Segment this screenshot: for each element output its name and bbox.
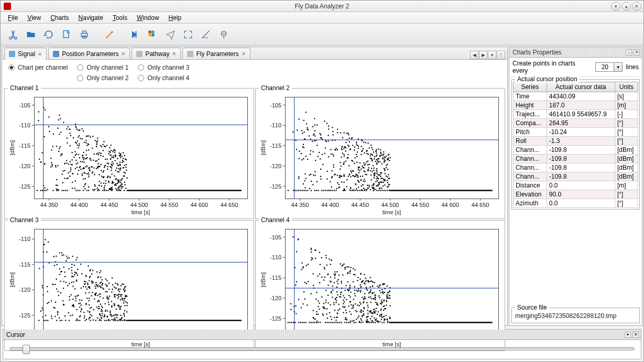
document-tabs: Signal✕ Position Parameters✕ Pathway✕ Fl… bbox=[2, 47, 507, 60]
fly-icon bbox=[187, 51, 193, 57]
toolbar-newdoc-icon[interactable] bbox=[59, 27, 74, 42]
tab-close-icon[interactable]: ✕ bbox=[121, 51, 125, 57]
points-label: Create points in charts every bbox=[512, 60, 592, 74]
chart-channel-1[interactable]: Channel 1 bbox=[4, 88, 254, 219]
table-row: Height187.0[m] bbox=[514, 101, 638, 110]
toolbar-edit-icon[interactable] bbox=[102, 27, 117, 42]
window-titlebar: Fly Data Analyzer 2 ▾ ▴ ✕ bbox=[1, 1, 643, 12]
svg-rect-4 bbox=[83, 31, 86, 33]
toolbar-refresh-icon[interactable] bbox=[41, 27, 56, 42]
table-row: Elevation90.0[°] bbox=[514, 190, 638, 199]
tabnav-max-icon[interactable]: □ bbox=[497, 51, 505, 59]
panel-pin-icon[interactable]: ⟂ bbox=[626, 49, 632, 56]
cursor-data-table: SeriesActual cursor dataUnits Time44340.… bbox=[513, 82, 638, 208]
menu-view[interactable]: View bbox=[23, 13, 45, 23]
tab-close-icon[interactable]: ✕ bbox=[242, 51, 246, 57]
menu-help[interactable]: Help bbox=[165, 13, 186, 23]
tabnav-prev-icon[interactable]: ◀ bbox=[470, 51, 478, 59]
position-icon bbox=[53, 51, 59, 57]
svg-rect-2 bbox=[63, 30, 69, 37]
table-row: Chann...-109.8[dBm] bbox=[514, 163, 638, 172]
radio-channel-1[interactable]: Only channel 1 bbox=[77, 64, 128, 71]
table-row: Distance0.0[m] bbox=[514, 181, 638, 190]
panel-close-icon[interactable]: ✕ bbox=[634, 49, 640, 56]
table-row: Chann...-109.8[dBm] bbox=[514, 172, 638, 181]
svg-point-0 bbox=[9, 37, 12, 39]
tab-close-icon[interactable]: ✕ bbox=[172, 51, 176, 57]
slider-thumb[interactable] bbox=[23, 345, 30, 354]
points-combo[interactable]: 20▼ bbox=[595, 62, 623, 72]
table-row: Time44340.09[s] bbox=[514, 92, 638, 101]
table-row: Chann...-109.8[dBm] bbox=[514, 155, 638, 163]
toolbar bbox=[1, 24, 643, 46]
pathway-icon bbox=[136, 51, 143, 57]
menu-file[interactable]: File bbox=[4, 13, 22, 23]
menu-charts[interactable]: Charts bbox=[46, 13, 73, 23]
tab-close-icon[interactable]: ✕ bbox=[38, 51, 42, 57]
toolbar-open-icon[interactable] bbox=[24, 27, 38, 42]
toolbar-play-icon[interactable] bbox=[127, 27, 142, 42]
toolbar-print-icon[interactable] bbox=[77, 27, 92, 42]
table-row: Compa...264.95[°] bbox=[514, 119, 638, 128]
table-row: Azimuth0.0[°] bbox=[514, 199, 638, 208]
svg-rect-8 bbox=[151, 30, 154, 33]
tab-position-parameters[interactable]: Position Parameters✕ bbox=[48, 48, 130, 59]
source-file-name: merging5346723508262288120.tmp bbox=[515, 312, 636, 320]
table-row: Chann...-109.8[dBm] bbox=[514, 146, 638, 155]
source-file-box: Source file merging5346723508262288120.t… bbox=[511, 308, 640, 323]
menu-bar: File View Charts Navigate Tools Window H… bbox=[1, 12, 643, 24]
close-icon[interactable]: ✕ bbox=[632, 2, 641, 10]
signal-icon bbox=[9, 51, 15, 57]
tab-label: Position Parameters bbox=[62, 50, 118, 58]
radio-channel-3[interactable]: Only channel 3 bbox=[138, 64, 189, 71]
table-row: Pitch-10.24[°] bbox=[514, 128, 638, 137]
menu-tools[interactable]: Tools bbox=[108, 13, 132, 23]
radio-channel-4[interactable]: Only channel 4 bbox=[138, 74, 189, 82]
radio-channel-2[interactable]: Only channel 2 bbox=[77, 74, 128, 82]
panel-min-icon[interactable]: ▾ bbox=[625, 332, 631, 338]
menu-navigate[interactable]: Navigate bbox=[74, 13, 107, 23]
tab-label: Pathway bbox=[145, 50, 169, 58]
svg-point-1 bbox=[15, 37, 17, 39]
tab-fly-parameters[interactable]: Fly Parameters✕ bbox=[182, 48, 250, 59]
window-title: Fly Data Analyzer 2 bbox=[294, 3, 349, 10]
points-suffix: lines bbox=[626, 63, 639, 71]
svg-rect-12 bbox=[223, 37, 224, 38]
svg-rect-10 bbox=[151, 34, 154, 36]
panel-header: Charts Properties ⟂✕ bbox=[509, 47, 642, 58]
table-row: Roll-1.3[°] bbox=[514, 137, 638, 146]
tab-signal[interactable]: Signal✕ bbox=[4, 48, 47, 60]
svg-rect-7 bbox=[149, 30, 151, 33]
toolbar-send-icon[interactable] bbox=[163, 27, 178, 42]
tab-label: Signal bbox=[18, 50, 35, 58]
radio-chart-per-channel[interactable]: Chart per channel bbox=[8, 64, 68, 71]
tab-pathway[interactable]: Pathway✕ bbox=[132, 48, 181, 59]
tabnav-next-icon[interactable]: ▶ bbox=[479, 51, 487, 59]
channel-mode-radios: Chart per channel Only channel 1 Only ch… bbox=[2, 60, 507, 86]
svg-rect-6 bbox=[136, 31, 137, 38]
table-row: Traject...461410.9 5549657.9[-] bbox=[514, 110, 638, 119]
toolbar-grid-icon[interactable] bbox=[145, 27, 160, 42]
chart-channel-2[interactable]: Channel 2 bbox=[255, 88, 505, 219]
panel-close-icon[interactable]: ✕ bbox=[632, 332, 639, 338]
charts-properties-panel: Charts Properties ⟂✕ Create points in ch… bbox=[509, 47, 642, 326]
toolbar-cut-icon[interactable] bbox=[6, 27, 20, 42]
minimize-icon[interactable]: ▾ bbox=[611, 2, 620, 10]
toolbar-fit-icon[interactable] bbox=[181, 27, 195, 42]
app-icon bbox=[4, 3, 11, 10]
menu-window[interactable]: Window bbox=[133, 13, 163, 23]
svg-rect-9 bbox=[149, 34, 151, 36]
chart-grid: Channel 1 Channel 2 Channel 3 Channel 4 bbox=[2, 86, 507, 325]
chevron-down-icon[interactable]: ▼ bbox=[614, 63, 622, 71]
toolbar-measure-icon[interactable] bbox=[199, 27, 213, 42]
tabnav-dropdown-icon[interactable]: ▾ bbox=[488, 51, 496, 59]
tab-label: Fly Parameters bbox=[196, 50, 238, 58]
maximize-icon[interactable]: ▴ bbox=[621, 2, 631, 10]
cursor-slider[interactable] bbox=[9, 347, 635, 350]
toolbar-globe-icon[interactable] bbox=[216, 27, 231, 42]
